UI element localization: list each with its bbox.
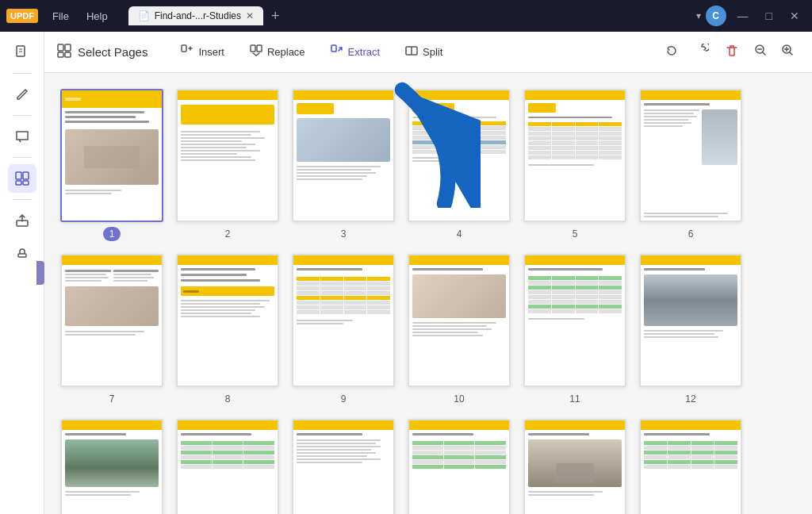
select-pages-label: Select Pages xyxy=(78,45,147,59)
page-item[interactable]: 11 xyxy=(523,254,626,406)
page-item[interactable]: 9 xyxy=(292,254,395,406)
left-sidebar xyxy=(0,32,44,514)
page-thumbnail[interactable] xyxy=(639,89,742,222)
sidebar-icon-edit[interactable] xyxy=(8,80,36,109)
close-button[interactable]: ✕ xyxy=(783,6,806,25)
page-item[interactable]: 2 xyxy=(176,89,279,241)
page-number: 12 xyxy=(679,392,702,406)
page-thumbnail[interactable] xyxy=(176,419,279,514)
rotate-left-button[interactable] xyxy=(658,39,685,66)
svg-rect-13 xyxy=(182,45,186,52)
tab-area: 📄 Find-and-...r-Studies ✕ + xyxy=(128,6,690,25)
page-item[interactable]: 8 xyxy=(176,254,279,406)
sidebar-icon-viewer[interactable] xyxy=(8,38,36,67)
page-thumbnail[interactable] xyxy=(639,419,742,514)
page-thumbnail[interactable] xyxy=(60,254,163,387)
page-thumbnail[interactable] xyxy=(523,419,626,514)
page-thumbnail[interactable] xyxy=(639,254,742,387)
svg-rect-4 xyxy=(23,172,29,179)
page-thumbnail[interactable] xyxy=(408,419,511,514)
svg-rect-6 xyxy=(23,181,29,185)
svg-line-25 xyxy=(790,52,792,55)
page-thumbnail[interactable] xyxy=(292,254,395,387)
page-item[interactable]: 5 xyxy=(523,89,626,241)
sidebar-divider-2 xyxy=(13,115,32,116)
menu-bar: File Help xyxy=(44,7,116,25)
page-number: 11 xyxy=(563,392,586,406)
help-menu[interactable]: Help xyxy=(79,7,116,25)
page-thumbnail[interactable] xyxy=(292,89,395,222)
page-number: 6 xyxy=(682,227,700,241)
page-thumbnail[interactable] xyxy=(176,89,279,222)
page-item[interactable]: 16 xyxy=(408,419,511,514)
sidebar-icon-stamp[interactable] xyxy=(8,238,36,267)
split-icon xyxy=(405,44,418,59)
pages-toolbar-icon xyxy=(57,44,71,61)
page-item[interactable]: 12 xyxy=(639,254,742,406)
page-thumbnail[interactable] xyxy=(523,254,626,387)
zoom-controls xyxy=(749,41,799,63)
page-thumbnail[interactable] xyxy=(408,89,511,222)
page-item[interactable]: 17 xyxy=(523,419,626,514)
replace-button[interactable]: Replace xyxy=(239,40,316,64)
active-tab[interactable]: 📄 Find-and-...r-Studies ✕ xyxy=(128,6,263,25)
sidebar-divider-3 xyxy=(13,157,32,158)
minimize-button[interactable]: — xyxy=(731,6,755,25)
insert-icon xyxy=(181,44,193,59)
window-controls: ▾ C — □ ✕ xyxy=(696,6,806,26)
delete-button[interactable] xyxy=(718,39,745,66)
title-bar: UPDF File Help 📄 Find-and-...r-Studies ✕… xyxy=(0,0,812,32)
svg-rect-9 xyxy=(58,44,63,51)
page-number: 4 xyxy=(450,227,469,241)
page-item[interactable]: 1 xyxy=(60,89,163,241)
page-item[interactable]: 18 xyxy=(639,419,742,514)
page-item[interactable]: 14 xyxy=(176,419,279,514)
page-thumbnail[interactable] xyxy=(292,419,395,514)
page-item[interactable]: 7 xyxy=(60,254,163,406)
page-number: 3 xyxy=(335,227,353,241)
page-item[interactable]: 6 xyxy=(639,89,742,241)
sidebar-divider-1 xyxy=(13,73,32,74)
toolbar: Select Pages Insert Replace Extract xyxy=(44,32,812,73)
page-item[interactable]: 10 xyxy=(408,254,511,406)
sidebar-icon-comment[interactable] xyxy=(8,122,36,151)
content-area: Select Pages Insert Replace Extract xyxy=(44,32,812,514)
extract-button[interactable]: Extract xyxy=(320,40,391,64)
page-number: 10 xyxy=(447,392,470,406)
sidebar-divider-4 xyxy=(13,199,32,200)
sidebar-icon-export[interactable] xyxy=(8,206,36,235)
new-tab-button[interactable]: + xyxy=(266,8,285,25)
avatar[interactable]: C xyxy=(706,6,726,26)
svg-rect-15 xyxy=(257,45,262,52)
page-thumbnail[interactable] xyxy=(60,419,163,514)
maximize-button[interactable]: □ xyxy=(760,6,779,25)
page-thumbnail[interactable] xyxy=(523,89,626,222)
insert-button[interactable]: Insert xyxy=(170,40,236,64)
page-thumbnail[interactable] xyxy=(176,254,279,387)
file-menu[interactable]: File xyxy=(44,7,77,25)
svg-rect-10 xyxy=(65,44,71,51)
zoom-in-button[interactable] xyxy=(776,41,799,63)
page-item[interactable]: 13 xyxy=(60,419,163,514)
rotate-right-button[interactable] xyxy=(688,39,715,66)
page-number: 7 xyxy=(103,392,121,406)
page-item[interactable]: 15 xyxy=(292,419,395,514)
replace-icon xyxy=(250,44,262,59)
page-number: 2 xyxy=(219,227,237,241)
main-layout: Select Pages Insert Replace Extract xyxy=(0,32,812,514)
tab-close-button[interactable]: ✕ xyxy=(246,10,254,21)
sidebar-icon-pages[interactable] xyxy=(8,164,36,193)
page-thumbnail[interactable] xyxy=(408,254,511,387)
app-logo: UPDF xyxy=(6,9,38,23)
page-item[interactable]: 4 xyxy=(408,89,511,241)
page-number: 5 xyxy=(566,227,584,241)
dropdown-button[interactable]: ▾ xyxy=(696,10,701,21)
page-thumbnail[interactable] xyxy=(60,89,163,222)
sidebar-expand-tab[interactable] xyxy=(36,261,44,285)
svg-rect-16 xyxy=(331,45,336,52)
split-button[interactable]: Split xyxy=(394,40,454,64)
zoom-out-button[interactable] xyxy=(749,41,772,63)
page-item[interactable]: 3 xyxy=(292,89,395,241)
page-grid: 1 xyxy=(44,73,812,514)
svg-rect-11 xyxy=(58,52,63,57)
